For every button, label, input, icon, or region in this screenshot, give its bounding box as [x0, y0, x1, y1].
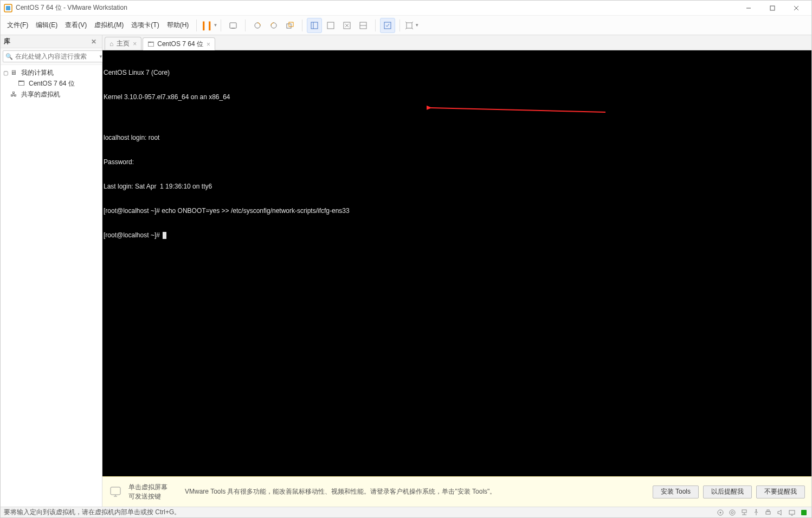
hint-line2: 可发送按键 [128, 492, 167, 501]
maximize-button[interactable] [761, 1, 784, 16]
tree-shared-vms[interactable]: 🖧 共享的虚拟机 [3, 89, 100, 100]
terminal-line: localhost login: root [102, 134, 811, 142]
menu-help[interactable]: 帮助(H) [164, 20, 192, 31]
tree-shared-label: 共享的虚拟机 [21, 90, 60, 99]
window-controls [737, 1, 808, 16]
close-icon[interactable]: × [207, 41, 210, 48]
search-icon: 🔍 [5, 53, 13, 60]
ctrl-alt-del-icon [229, 21, 237, 30]
computer-icon: 🖥 [10, 69, 19, 76]
view-single-button[interactable] [307, 18, 322, 33]
tree-collapse-icon[interactable]: ▢ [3, 70, 8, 76]
terminal-cursor [163, 232, 166, 239]
fullscreen-icon [359, 21, 368, 30]
enter-unity-button[interactable] [380, 18, 395, 33]
toolbar-separator [399, 20, 400, 31]
toolbar-separator [196, 20, 197, 31]
vm-icon: 🗔 [18, 80, 27, 87]
status-text: 要将输入定向到该虚拟机，请在虚拟机内部单击或按 Ctrl+G。 [4, 508, 181, 517]
dont-remind-button[interactable]: 不要提醒我 [756, 485, 805, 498]
revert-icon [269, 21, 278, 30]
title-bar: CentOS 7 64 位 - VMware Workstation [1, 1, 811, 16]
snapshot-revert-button[interactable] [266, 18, 281, 33]
status-cd-icon[interactable] [728, 508, 737, 517]
single-window-icon [310, 21, 319, 30]
tree-vm-label: CentOS 7 64 位 [29, 79, 75, 88]
menu-tabs[interactable]: 选项卡(T) [128, 20, 162, 31]
chevron-down-icon: ▼ [415, 23, 419, 28]
library-tree: ▢ 🖥 我的计算机 🗔 CentOS 7 64 位 🖧 共享的虚拟机 [1, 65, 102, 507]
pause-icon: ❙❙ [200, 20, 212, 30]
svg-point-26 [720, 511, 721, 513]
close-button[interactable] [784, 1, 808, 16]
content-area: ⌂ 主页 × 🗔 CentOS 7 64 位 × CentOS Linux 7 … [102, 35, 811, 507]
menu-file[interactable]: 文件(F) [4, 20, 31, 31]
svg-point-28 [731, 511, 733, 514]
suspend-button[interactable]: ❙❙▼ [201, 18, 216, 33]
svg-rect-19 [407, 23, 412, 28]
tree-vm-centos[interactable]: 🗔 CentOS 7 64 位 [3, 78, 100, 89]
unity-icon [383, 21, 392, 30]
window-title: CentOS 7 64 位 - VMware Workstation [16, 3, 127, 12]
menu-view[interactable]: 查看(V) [62, 20, 90, 31]
terminal-line: CentOS Linux 7 (Core) [102, 69, 811, 77]
menu-vm[interactable]: 虚拟机(M) [91, 20, 127, 31]
tab-bar: ⌂ 主页 × 🗔 CentOS 7 64 位 × [102, 35, 811, 50]
close-icon[interactable]: × [133, 40, 137, 48]
close-library-button[interactable]: ✕ [89, 38, 99, 46]
svg-line-21 [431, 108, 605, 112]
library-sidebar: 库 ✕ 🔍 ▼ ▢ 🖥 我的计算机 🗔 CentOS 7 64 位 🖧 共享的虚 [1, 35, 102, 507]
search-input[interactable] [15, 53, 96, 60]
hint-line1: 单击虚拟屏幕 [128, 483, 167, 492]
guest-terminal[interactable]: CentOS Linux 7 (Core) Kernel 3.10.0-957.… [102, 50, 811, 476]
status-printer-icon[interactable] [764, 508, 772, 517]
status-disk-icon[interactable] [716, 508, 725, 517]
library-title: 库 [4, 37, 10, 46]
svg-rect-6 [230, 23, 236, 28]
minimize-button[interactable] [737, 1, 761, 16]
svg-rect-1 [6, 6, 10, 10]
svg-rect-38 [801, 510, 807, 515]
main-area: 库 ✕ 🔍 ▼ ▢ 🖥 我的计算机 🗔 CentOS 7 64 位 🖧 共享的虚 [1, 35, 811, 507]
tab-home-label: 主页 [117, 39, 130, 48]
svg-rect-29 [742, 510, 746, 513]
console-view-icon [326, 21, 335, 30]
menu-edit[interactable]: 编辑(E) [33, 20, 61, 31]
terminal-line: Kernel 3.10.0-957.el7.x86_64 on an x86_6… [102, 93, 811, 101]
svg-rect-33 [766, 511, 770, 514]
chevron-down-icon: ▼ [213, 23, 217, 28]
svg-rect-3 [770, 6, 775, 10]
vm-tab-icon: 🗔 [147, 41, 154, 48]
stretch-guest-button[interactable]: ▼ [404, 18, 420, 33]
shared-icon: 🖧 [10, 90, 19, 98]
status-sound-icon[interactable] [776, 508, 784, 517]
send-ctrl-alt-del-button[interactable] [225, 18, 241, 33]
menu-and-toolbar: 文件(F) 编辑(E) 查看(V) 虚拟机(M) 选项卡(T) 帮助(H) ❙❙… [1, 16, 811, 35]
svg-rect-36 [789, 510, 795, 514]
status-usb-icon[interactable] [752, 508, 761, 517]
view-quick-switch-button[interactable] [339, 18, 355, 33]
tab-vm-label: CentOS 7 64 位 [157, 40, 203, 49]
view-fullscreen-button[interactable] [356, 18, 371, 33]
vmware-app-icon [4, 4, 12, 12]
tree-root-my-computer[interactable]: ▢ 🖥 我的计算机 [3, 67, 100, 78]
home-icon: ⌂ [109, 40, 113, 48]
view-console-button[interactable] [323, 18, 338, 33]
remind-later-button[interactable]: 以后提醒我 [703, 485, 752, 498]
toolbar-separator [221, 20, 221, 31]
terminal-prompt: [root@localhost ~]# [104, 231, 162, 239]
toolbar-separator [302, 20, 302, 31]
install-tools-button[interactable]: 安装 Tools [653, 485, 699, 498]
tab-vm-centos[interactable]: 🗔 CentOS 7 64 位 × [143, 37, 215, 50]
svg-rect-34 [767, 510, 769, 511]
tree-root-label: 我的计算机 [21, 68, 54, 77]
search-row: 🔍 ▼ [1, 48, 102, 65]
snapshot-take-button[interactable] [250, 18, 265, 33]
tab-home[interactable]: ⌂ 主页 × [105, 37, 141, 50]
snapshot-manager-button[interactable] [282, 18, 298, 33]
status-display-icon[interactable] [788, 508, 796, 517]
terminal-line: Last login: Sat Apr 1 19:36:10 on tty6 [102, 183, 811, 191]
library-search-box[interactable]: 🔍 ▼ [3, 50, 106, 62]
status-network-icon[interactable] [740, 508, 749, 517]
status-vmtools-icon[interactable] [800, 508, 808, 517]
